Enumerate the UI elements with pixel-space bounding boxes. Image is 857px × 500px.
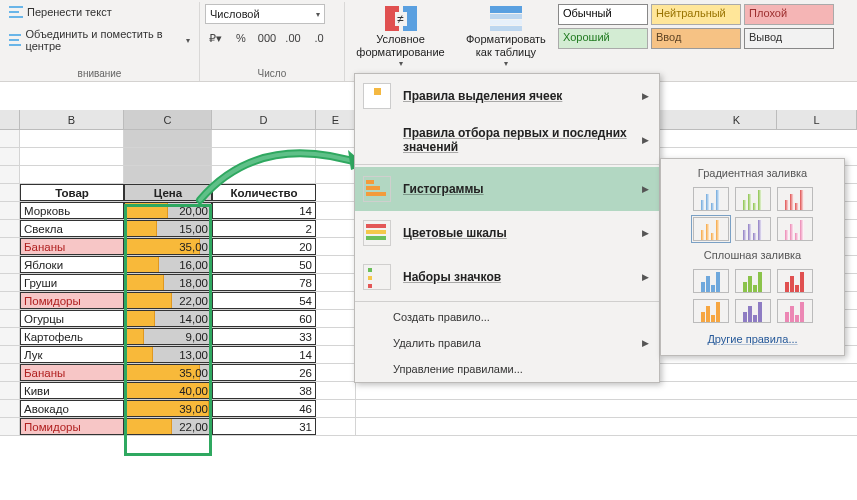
databar-swatch[interactable] — [693, 217, 729, 241]
column-header-k[interactable]: K — [697, 110, 777, 129]
number-format-select[interactable]: Числовой ▾ — [205, 4, 325, 24]
column-header-c[interactable]: C — [124, 110, 212, 129]
cell-qty[interactable]: 38 — [212, 382, 316, 399]
menu-action[interactable]: Создать правило... — [355, 304, 659, 330]
cell-name[interactable]: Яблоки — [20, 256, 124, 273]
merge-center-button[interactable]: Объединить и поместить в центре ▾ — [5, 26, 194, 54]
table-header-price[interactable]: Цена — [124, 184, 212, 201]
menu-item-iconset[interactable]: Наборы значков▶ — [355, 255, 659, 299]
cell-price[interactable]: 39,00 — [124, 400, 212, 417]
cell-name[interactable]: Авокадо — [20, 400, 124, 417]
currency-format-button[interactable]: ₽▾ — [205, 28, 225, 48]
cell-style-Ввод[interactable]: Ввод — [651, 28, 741, 49]
cell-name[interactable]: Лук — [20, 346, 124, 363]
menu-item-rank[interactable]: Правила отбора первых и последних значен… — [355, 118, 659, 162]
column-header-b[interactable]: B — [20, 110, 124, 129]
wrap-text-button[interactable]: Перенести текст — [5, 4, 116, 20]
conditional-formatting-menu: Правила выделения ячеек▶Правила отбора п… — [354, 73, 660, 383]
cell-name[interactable]: Картофель — [20, 328, 124, 345]
chevron-right-icon: ▶ — [642, 135, 649, 145]
merge-center-label: Объединить и поместить в центре — [25, 28, 182, 52]
cell-qty[interactable]: 54 — [212, 292, 316, 309]
decrease-decimal-button[interactable]: .0 — [309, 28, 329, 48]
cell-qty[interactable]: 14 — [212, 346, 316, 363]
menu-item-databar[interactable]: Гистограммы▶ — [355, 167, 659, 211]
menu-item-label: Правила отбора первых и последних значен… — [403, 126, 630, 154]
menu-item-label: Наборы значков — [403, 270, 501, 284]
databar-swatch[interactable] — [693, 299, 729, 323]
databar-swatch[interactable] — [777, 217, 813, 241]
format-as-table-button[interactable]: Форматировать как таблицу ▾ — [461, 4, 551, 70]
cell-price[interactable]: 40,00 — [124, 382, 212, 399]
percent-format-button[interactable]: % — [231, 28, 251, 48]
cell-name[interactable]: Бананы — [20, 238, 124, 255]
cell-name[interactable]: Огурцы — [20, 310, 124, 327]
databar-swatch[interactable] — [735, 217, 771, 241]
cell-qty[interactable]: 20 — [212, 238, 316, 255]
submenu-other-rules[interactable]: Другие правила... — [665, 327, 840, 351]
cell-name[interactable]: Груши — [20, 274, 124, 291]
table-header-qty[interactable]: Количество — [212, 184, 316, 201]
column-header-e[interactable]: E — [316, 110, 356, 129]
chevron-down-icon: ▾ — [316, 10, 320, 19]
cell-price[interactable]: 35,00 — [124, 238, 212, 255]
databar-swatch[interactable] — [693, 187, 729, 211]
menu-action[interactable]: Удалить правила▶ — [355, 330, 659, 356]
cell-name[interactable]: Помидоры — [20, 292, 124, 309]
databar-swatch[interactable] — [777, 187, 813, 211]
format-as-table-label: Форматировать как таблицу — [466, 33, 546, 59]
cell-qty[interactable]: 50 — [212, 256, 316, 273]
cell-price[interactable]: 18,00 — [124, 274, 212, 291]
cell-qty[interactable]: 14 — [212, 202, 316, 219]
wrap-text-label: Перенести текст — [27, 6, 112, 18]
conditional-formatting-icon — [385, 6, 417, 31]
cell-name[interactable]: Свекла — [20, 220, 124, 237]
cell-name[interactable]: Киви — [20, 382, 124, 399]
cell-style-Плохой[interactable]: Плохой — [744, 4, 834, 25]
cell-price[interactable]: 9,00 — [124, 328, 212, 345]
databar-swatch[interactable] — [777, 269, 813, 293]
increase-decimal-button[interactable]: .00 — [283, 28, 303, 48]
cell-qty[interactable]: 33 — [212, 328, 316, 345]
cell-price[interactable]: 16,00 — [124, 256, 212, 273]
cell-name[interactable]: Морковь — [20, 202, 124, 219]
cell-qty[interactable]: 46 — [212, 400, 316, 417]
menu-item-colorscale[interactable]: Цветовые шкалы▶ — [355, 211, 659, 255]
table-row[interactable]: Киви40,0038 — [0, 382, 857, 400]
cell-price[interactable]: 22,00 — [124, 292, 212, 309]
cell-style-Вывод[interactable]: Вывод — [744, 28, 834, 49]
column-header-l[interactable]: L — [777, 110, 857, 129]
databar-swatch[interactable] — [735, 187, 771, 211]
cell-qty[interactable]: 60 — [212, 310, 316, 327]
databar-swatch[interactable] — [777, 299, 813, 323]
menu-item-highlight[interactable]: Правила выделения ячеек▶ — [355, 74, 659, 118]
comma-format-button[interactable]: 000 — [257, 28, 277, 48]
colorscale-icon — [363, 220, 391, 246]
cell-price[interactable]: 22,00 — [124, 418, 212, 435]
cell-qty[interactable]: 26 — [212, 364, 316, 381]
cell-style-Хороший[interactable]: Хороший — [558, 28, 648, 49]
databar-swatch[interactable] — [735, 269, 771, 293]
cell-name[interactable]: Помидоры — [20, 418, 124, 435]
chevron-right-icon: ▶ — [642, 91, 649, 101]
cell-price[interactable]: 35,00 — [124, 364, 212, 381]
databar-swatch[interactable] — [735, 299, 771, 323]
table-header-name[interactable]: Товар — [20, 184, 124, 201]
cell-price[interactable]: 14,00 — [124, 310, 212, 327]
cell-qty[interactable]: 2 — [212, 220, 316, 237]
cell-qty[interactable]: 78 — [212, 274, 316, 291]
cell-qty[interactable]: 31 — [212, 418, 316, 435]
databar-swatch[interactable] — [693, 269, 729, 293]
table-row[interactable]: Помидоры22,0031 — [0, 418, 857, 436]
cell-price[interactable]: 13,00 — [124, 346, 212, 363]
column-header-d[interactable]: D — [212, 110, 316, 129]
cell-name[interactable]: Бананы — [20, 364, 124, 381]
cell-style-Обычный[interactable]: Обычный — [558, 4, 648, 25]
cell-price[interactable]: 15,00 — [124, 220, 212, 237]
menu-action[interactable]: Управление правилами... — [355, 356, 659, 382]
cell-price[interactable]: 20,00 — [124, 202, 212, 219]
cell-style-Нейтральный[interactable]: Нейтральный — [651, 4, 741, 25]
table-row[interactable]: Авокадо39,0046 — [0, 400, 857, 418]
conditional-formatting-button[interactable]: Условное форматирование ▾ — [350, 4, 451, 70]
select-all-corner[interactable] — [0, 110, 20, 129]
